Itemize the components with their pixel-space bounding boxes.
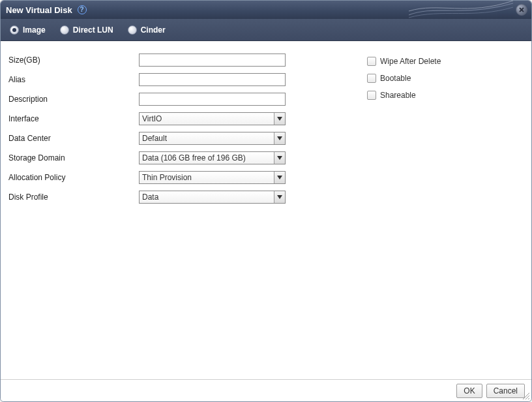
help-icon[interactable]: ? <box>78 5 87 14</box>
tab-label: Image <box>23 25 46 35</box>
form-right-column: Wipe After Delete Bootable Shareable <box>302 50 524 373</box>
bootable-label: Bootable <box>380 74 411 83</box>
select-value: Default <box>140 134 274 143</box>
disk-type-tabbar: Image Direct LUN Cinder <box>1 19 531 41</box>
shareable-label: Shareable <box>380 91 416 100</box>
svg-marker-5 <box>277 176 282 179</box>
allocation-policy-select[interactable]: Thin Provision <box>139 171 286 184</box>
description-label: Description <box>8 95 139 104</box>
data-center-select[interactable]: Default <box>139 132 286 145</box>
storage-domain-select[interactable]: Data (106 GB free of 196 GB) <box>139 151 286 164</box>
dialog-title: New Virtual Disk <box>6 5 76 15</box>
interface-label: Interface <box>8 114 139 123</box>
tab-label: Cinder <box>141 25 166 35</box>
dialog-footer: OK Cancel <box>1 379 531 401</box>
dialog-body: Size(GB) Alias Description Interface <box>1 41 531 379</box>
svg-marker-3 <box>277 136 282 140</box>
tab-direct-lun[interactable]: Direct LUN <box>60 25 113 35</box>
alias-label: Alias <box>8 75 139 84</box>
button-label: Cancel <box>494 386 518 395</box>
titlebar-decoration <box>409 1 513 19</box>
chevron-down-icon <box>274 113 285 125</box>
chevron-down-icon <box>274 152 285 164</box>
shareable-checkbox[interactable] <box>367 91 376 100</box>
button-label: OK <box>464 386 475 395</box>
close-icon <box>518 7 525 13</box>
svg-line-9 <box>528 398 529 399</box>
size-input[interactable] <box>139 54 286 67</box>
bootable-checkbox[interactable] <box>367 74 376 83</box>
tab-image[interactable]: Image <box>10 25 46 35</box>
storage-domain-label: Storage Domain <box>8 153 139 162</box>
wipe-after-delete-label: Wipe After Delete <box>380 57 441 66</box>
chevron-down-icon <box>274 191 285 203</box>
select-value: Thin Provision <box>140 173 274 182</box>
allocation-policy-label: Allocation Policy <box>8 173 139 182</box>
select-value: VirtIO <box>140 114 274 123</box>
disk-profile-select[interactable]: Data <box>139 191 286 204</box>
select-value: Data (106 GB free of 196 GB) <box>140 153 274 162</box>
data-center-label: Data Center <box>8 134 139 143</box>
chevron-down-icon <box>274 172 285 183</box>
chevron-down-icon <box>274 132 285 144</box>
select-value: Data <box>140 193 274 202</box>
dialog-titlebar: New Virtual Disk ? <box>1 1 531 19</box>
ok-button[interactable]: OK <box>456 384 482 398</box>
tab-label: Direct LUN <box>73 25 113 35</box>
svg-marker-6 <box>277 195 282 199</box>
disk-profile-label: Disk Profile <box>8 193 139 202</box>
radio-icon <box>60 25 69 35</box>
radio-icon <box>128 25 137 35</box>
size-label: Size(GB) <box>8 55 139 65</box>
description-input[interactable] <box>139 93 286 106</box>
wipe-after-delete-checkbox[interactable] <box>367 57 376 66</box>
form-left-column: Size(GB) Alias Description Interface <box>8 50 289 373</box>
close-button[interactable] <box>516 4 527 16</box>
cancel-button[interactable]: Cancel <box>486 384 525 398</box>
svg-marker-4 <box>277 156 282 160</box>
tab-cinder[interactable]: Cinder <box>128 25 166 35</box>
svg-marker-2 <box>277 117 282 121</box>
alias-input[interactable] <box>139 73 286 86</box>
interface-select[interactable]: VirtIO <box>139 112 286 125</box>
new-virtual-disk-dialog: New Virtual Disk ? Image Direct LUN Cind… <box>0 0 532 402</box>
radio-icon <box>10 25 19 35</box>
svg-line-8 <box>525 395 529 399</box>
